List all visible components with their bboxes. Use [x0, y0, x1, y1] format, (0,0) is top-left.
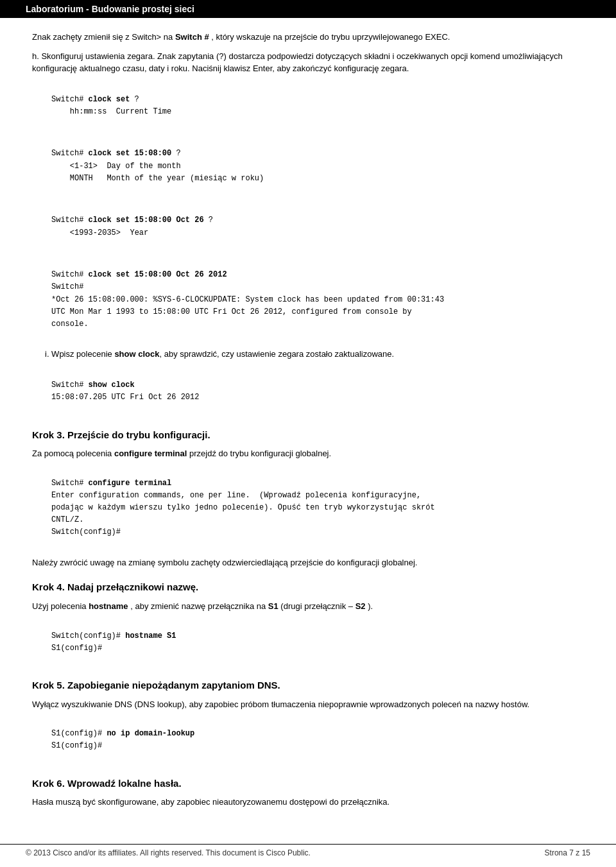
code3-line1: Switch# clock set 15:08:00 Oct 26 ? <199…	[51, 216, 213, 237]
krok3-heading: Krok 3. Przejście do trybu konfiguracji.	[32, 428, 584, 443]
code-block-5: Switch# show clock 15:08:07.205 UTC Fri …	[51, 367, 584, 416]
krok5-subtext: Wyłącz wyszukiwanie DNS (DNS lookup), ab…	[32, 698, 584, 711]
code-block-4: Switch# clock set 15:08:00 Oct 26 2012 S…	[51, 257, 584, 343]
page-header: Laboratorium - Budowanie prostej sieci	[0, 0, 616, 18]
footer-copyright: © 2013 Cisco and/or its affiliates. All …	[26, 848, 311, 857]
step-i-label: i. Wpisz polecenie	[45, 349, 114, 359]
show-clock-bold: show clock	[114, 349, 159, 359]
intro-line1: Znak zachęty zmienił się z Switch> na	[32, 32, 173, 42]
step-i-text: i. Wpisz polecenie show clock, aby spraw…	[45, 348, 584, 361]
krok6-title: Krok 6. Wprowadź lokalne hasła.	[32, 778, 182, 789]
krok4-bold: hostname	[89, 601, 128, 611]
intro-line2: , który wskazuje na przejście do trybu u…	[211, 32, 450, 42]
page-footer: © 2013 Cisco and/or its affiliates. All …	[0, 844, 616, 857]
krok4-text3: (drugi przełącznik –	[280, 601, 353, 611]
code-block-2: Switch# clock set 15:08:00 ? <1-31> Day …	[51, 135, 584, 197]
code8-lines: S1(config)# no ip domain-lookup S1(confi…	[51, 729, 194, 750]
code-block-8: S1(config)# no ip domain-lookup S1(confi…	[51, 716, 584, 765]
krok3-note: Należy zwrócić uwagę na zmianę symbolu z…	[32, 556, 584, 569]
code5-lines: Switch# show clock 15:08:07.205 UTC Fri …	[51, 381, 199, 402]
intro-paragraph: Znak zachęty zmienił się z Switch> na Sw…	[32, 31, 584, 44]
krok6-subtext: Hasła muszą być skonfigurowane, aby zapo…	[32, 796, 584, 809]
krok4-title: Krok 4. Nadaj przełącznikowi nazwę.	[32, 581, 198, 592]
code-block-3: Switch# clock set 15:08:00 Oct 26 ? <199…	[51, 202, 584, 252]
krok3-subtext: Za pomocą polecenia configure terminal p…	[32, 447, 584, 460]
krok4-s1: S1	[268, 601, 278, 611]
krok3-text2: przejdź do trybu konfiguracji globalnej.	[189, 449, 331, 458]
krok4-heading: Krok 4. Nadaj przełącznikowi nazwę.	[32, 580, 584, 595]
krok3-title: Krok 3. Przejście do trybu konfiguracji.	[32, 429, 210, 440]
krok3-text: Za pomocą polecenia	[32, 449, 112, 458]
code-block-7: Switch(config)# hostname S1 S1(config)#	[51, 617, 584, 667]
step-i-suffix: , aby sprawdzić, czy ustawienie zegara z…	[159, 349, 394, 359]
krok6-heading: Krok 6. Wprowadź lokalne hasła.	[32, 777, 584, 791]
code4-lines: Switch# clock set 15:08:00 Oct 26 2012 S…	[51, 270, 444, 329]
krok5-title: Krok 5. Zapobieganie niepożądanym zapyta…	[32, 680, 280, 691]
krok4-text: Użyj polecenia	[32, 601, 87, 611]
krok4-subtext: Użyj polecenia hostname , aby zmienić na…	[32, 600, 584, 613]
code-block-1: Switch# clock set ? hh:mm:ss Current Tim…	[51, 82, 584, 131]
intro-paragraph2: h. Skonfiguruj ustawienia zegara. Znak z…	[32, 50, 584, 75]
footer-page: Strona 7 z 15	[545, 848, 590, 857]
krok4-text4: ).	[368, 601, 373, 611]
code6-lines: Switch# configure terminal Enter configu…	[51, 479, 435, 537]
code1-line1: Switch# clock set ? hh:mm:ss Current Tim…	[51, 95, 171, 116]
krok3-bold: configure terminal	[114, 449, 187, 458]
code-block-6: Switch# configure terminal Enter configu…	[51, 465, 584, 551]
intro-line3: h. Skonfiguruj ustawienia zegara. Znak z…	[32, 51, 227, 61]
krok4-text2: , aby zmienić nazwę przełącznika na	[130, 601, 266, 611]
krok4-s2: S2	[355, 601, 366, 611]
switch-bold: Switch #	[175, 32, 209, 42]
header-title: Laboratorium - Budowanie prostej sieci	[26, 4, 194, 14]
krok5-heading: Krok 5. Zapobieganie niepożądanym zapyta…	[32, 678, 584, 693]
code2-line1: Switch# clock set 15:08:00 ? <1-31> Day …	[51, 149, 264, 182]
code7-lines: Switch(config)# hostname S1 S1(config)#	[51, 631, 176, 653]
